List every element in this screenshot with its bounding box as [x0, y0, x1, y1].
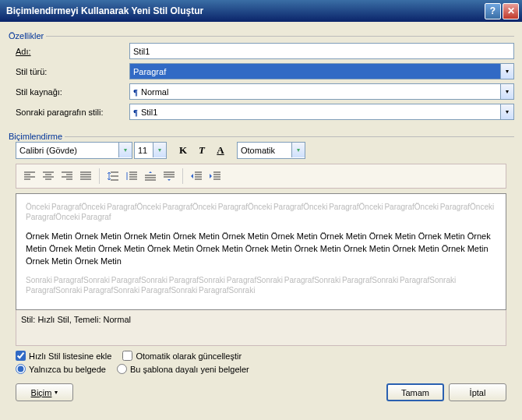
font-combo[interactable]: Calibri (Gövde)▾ [16, 142, 132, 159]
type-combo[interactable]: Paragraf▾ [129, 63, 514, 79]
source-combo[interactable]: ¶Normal▾ [129, 83, 514, 100]
chevron-down-icon: ▾ [500, 84, 513, 99]
space-before-button[interactable] [142, 168, 159, 185]
chevron-down-icon: ▾ [500, 104, 513, 119]
formatting-group-label: Biçimlendirme [6, 132, 65, 141]
auto-update-checkbox[interactable]: Otomatik olarak güncelleştir [122, 351, 242, 361]
close-button[interactable]: ✕ [503, 3, 519, 19]
space-after-button[interactable] [160, 168, 178, 185]
align-center-button[interactable] [40, 168, 57, 185]
format-button[interactable]: Biçim▾ [16, 383, 73, 401]
next-combo[interactable]: ¶Stil1▾ [129, 104, 514, 120]
preview-before: Önceki ParagrafÖnceki ParagrafÖnceki Par… [26, 202, 496, 222]
style-summary: Stil: Hızlı Stil, Temeli: Normal [16, 310, 506, 346]
line-spacing-2-button[interactable] [123, 168, 140, 185]
source-label: Stil kaynağı: [16, 87, 129, 97]
preview-area: Önceki ParagrafÖnceki ParagrafÖnceki Par… [16, 193, 506, 310]
chevron-down-icon: ▾ [500, 64, 513, 79]
help-button[interactable]: ? [485, 3, 501, 19]
align-right-button[interactable] [58, 168, 76, 185]
pilcrow-icon: ¶ [133, 87, 138, 97]
properties-group-label: Özellikler [6, 31, 46, 41]
cancel-button[interactable]: İptal [449, 383, 506, 401]
template-radio[interactable]: Bu şablona dayalı yeni belgeler [117, 364, 249, 374]
font-size-combo[interactable]: 11▾ [134, 142, 167, 159]
name-label: Adı: [16, 47, 129, 56]
font-color-combo[interactable]: Otomatik▾ [237, 142, 305, 159]
paragraph-toolbar [16, 164, 506, 189]
quick-style-checkbox[interactable]: Hızlı Stil listesine ekle [16, 351, 111, 361]
italic-button[interactable]: T [193, 142, 210, 159]
increase-indent-button[interactable] [206, 168, 224, 185]
ok-button[interactable]: Tamam [386, 383, 444, 401]
chevron-down-icon: ▾ [118, 143, 132, 157]
bold-button[interactable]: K [175, 142, 192, 159]
type-label: Stil türü: [16, 67, 129, 76]
title-bar: Biçimlendirmeyi Kullanarak Yeni Stil Olu… [0, 0, 522, 22]
line-spacing-1-button[interactable] [104, 168, 122, 185]
preview-main: Örnek Metin Örnek Metin Örnek Metin Örne… [26, 230, 496, 267]
preview-after: Sonraki ParagrafSonraki ParagrafSonraki … [26, 275, 496, 295]
underline-button[interactable]: A [212, 142, 229, 159]
next-label: Sonraki paragrafın stili: [16, 108, 129, 117]
chevron-down-icon: ▾ [153, 143, 166, 157]
pilcrow-icon: ¶ [133, 108, 138, 117]
align-justify-button[interactable] [77, 168, 94, 185]
chevron-down-icon: ▾ [291, 143, 305, 157]
doc-only-radio[interactable]: Yalnızca bu belgede [16, 364, 106, 374]
decrease-indent-button[interactable] [188, 168, 205, 185]
name-input[interactable] [129, 43, 514, 59]
title-text: Biçimlendirmeyi Kullanarak Yeni Stil Olu… [3, 5, 483, 16]
align-left-button[interactable] [21, 168, 38, 185]
